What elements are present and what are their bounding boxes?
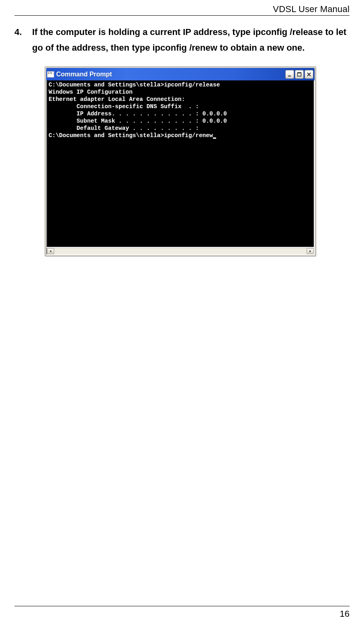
instruction-step: 4. If the computer is holding a current …	[14, 25, 350, 55]
terminal-text: C:\Documents and Settings\stella>ipconfi…	[49, 132, 213, 139]
svg-rect-2	[298, 72, 301, 73]
footer-divider	[14, 606, 350, 606]
terminal-line: Connection-specific DNS Suffix . :	[49, 103, 312, 110]
window-title: Command Prompt	[56, 71, 285, 78]
terminal-line: C:\Documents and Settings\stella>ipconfi…	[49, 81, 312, 88]
page-number: 16	[340, 609, 350, 619]
terminal-line: Ethernet adapter Local Area Connection:	[49, 96, 312, 103]
svg-rect-0	[288, 76, 291, 76]
cursor-icon	[213, 138, 216, 139]
terminal-line: Subnet Mask . . . . . . . . . . . : 0.0.…	[49, 117, 312, 125]
minimize-icon	[287, 72, 292, 77]
arrow-right-icon	[309, 250, 312, 253]
minimize-button[interactable]	[285, 70, 294, 79]
horizontal-scrollbar[interactable]	[46, 248, 315, 255]
svg-marker-6	[310, 250, 311, 252]
terminal-line: IP Address. . . . . . . . . . . . : 0.0.…	[49, 110, 312, 117]
terminal-container: C:\Documents and Settings\stella>ipconfi…	[46, 80, 315, 255]
scroll-right-button[interactable]	[307, 248, 314, 254]
arrow-left-icon	[49, 250, 52, 253]
step-number: 4.	[14, 25, 32, 40]
terminal-line: Default Gateway . . . . . . . . . :	[49, 125, 312, 132]
svg-marker-5	[50, 250, 51, 252]
scroll-track[interactable]	[54, 248, 307, 254]
page-header: VDSL User Manual	[14, 4, 350, 14]
terminal-line-last: C:\Documents and Settings\stella>ipconfi…	[49, 132, 312, 139]
cmd-icon: cv.	[47, 71, 54, 78]
command-prompt-window: cv. Command Prompt	[45, 67, 316, 256]
close-icon	[307, 72, 311, 77]
header-divider	[14, 15, 350, 16]
command-prompt-screenshot: cv. Command Prompt	[45, 67, 316, 256]
maximize-button[interactable]	[295, 70, 304, 79]
terminal-line: Windows IP Configuration	[49, 88, 312, 96]
window-controls	[285, 70, 313, 79]
maximize-icon	[297, 72, 302, 77]
close-button[interactable]	[305, 70, 313, 79]
scroll-left-button[interactable]	[47, 248, 54, 254]
window-titlebar: cv. Command Prompt	[46, 68, 315, 80]
terminal-output[interactable]: C:\Documents and Settings\stella>ipconfi…	[46, 80, 315, 248]
step-text: If the computer is holding a current IP …	[32, 25, 350, 55]
